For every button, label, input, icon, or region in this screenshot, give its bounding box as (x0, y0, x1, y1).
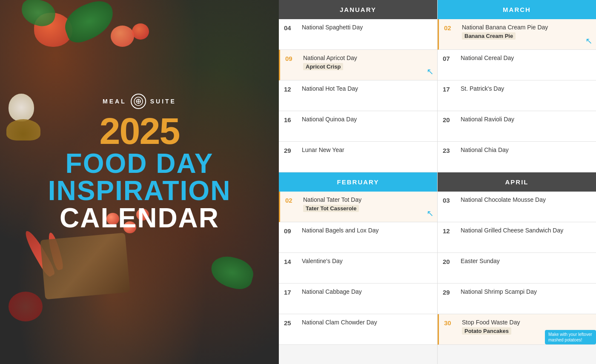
april-entry-30: 30 Stop Food Waste Day Potato Pancakes M… (438, 314, 596, 345)
march-entry-17: 17 St. Patrick's Day (438, 80, 596, 111)
cursor-icon: ↖ (427, 208, 434, 218)
entry-content: National Apricot Day Apricot Crisp (303, 54, 432, 70)
day-20-mar: 20 (443, 115, 456, 123)
february-entry-14: 14 Valentine's Day (279, 253, 437, 284)
entry-recipe: Banana Cream Pie (462, 32, 516, 40)
entry-title: Valentine's Day (302, 257, 432, 265)
entry-title: Stop Food Waste Day (462, 318, 591, 326)
day-12: 12 (284, 85, 298, 93)
entry-content: Lunar New Year (302, 146, 432, 154)
entry-content: National Chia Day (461, 146, 591, 154)
day-09: 09 (285, 54, 299, 62)
entry-content: National Bagels and Lox Day (302, 226, 432, 234)
cursor-icon: ↖ (585, 36, 593, 46)
mushroom-decoration (6, 119, 40, 140)
entry-content: National Spaghetti Day (302, 23, 432, 31)
day-03-apr: 03 (443, 196, 456, 204)
march-header: MARCH (438, 0, 596, 19)
day-12-apr: 12 (443, 226, 456, 235)
right-panel: JANUARY 04 National Spaghetti Day 09 Nat… (279, 0, 596, 364)
day-04: 04 (284, 23, 298, 32)
entry-content: National Tater Tot Day Tater Tot Cassero… (303, 196, 432, 212)
entry-content: National Banana Cream Pie Day Banana Cre… (462, 23, 591, 40)
garlic-decoration (9, 94, 34, 121)
tooltip-bubble: Make with your leftover mashed potatoes! (545, 330, 596, 344)
entry-title: National Ravioli Day (461, 115, 591, 123)
entry-title: National Clam Chowder Day (302, 318, 432, 326)
february-header: FEBRUARY (279, 172, 437, 192)
entry-recipe: Tater Tot Casserole (303, 205, 359, 212)
april-entry-29: 29 National Shrimp Scampi Day (438, 284, 596, 314)
year-text: 2025 (48, 112, 231, 150)
entry-title: National Cereal Day (461, 54, 591, 62)
day-14-feb: 14 (284, 257, 298, 265)
calendar-text: CALENDAR (48, 204, 231, 232)
april-header: APRIL (438, 172, 596, 192)
food-day-text: FOOD DAY (48, 150, 231, 177)
entry-title: National Quinoa Day (302, 115, 432, 123)
entry-title: National Shrimp Scampi Day (461, 288, 591, 295)
day-30-apr: 30 (444, 318, 458, 327)
logo-row: MEAL SUITE (48, 94, 231, 109)
day-07-mar: 07 (443, 54, 456, 62)
entry-title: National Banana Cream Pie Day (462, 23, 591, 31)
january-entry-12: 12 National Hot Tea Day (279, 80, 437, 111)
day-16: 16 (284, 115, 298, 123)
entry-recipe: Apricot Crisp (303, 63, 343, 70)
april-entry-20: 20 Easter Sunday (438, 253, 596, 284)
january-header: JANUARY (279, 0, 437, 19)
logo-text-right: SUITE (150, 98, 176, 105)
day-02-mar: 02 (444, 23, 458, 32)
cutting-board-decoration (40, 233, 130, 300)
logo-area: MEAL SUITE 2025 FOOD DAY INSPIRATION CAL… (48, 94, 231, 232)
entry-title: St. Patrick's Day (461, 85, 591, 92)
march-column: MARCH 02 National Banana Cream Pie Day B… (438, 0, 596, 364)
entry-title: National Chia Day (461, 146, 591, 154)
entry-content: National Quinoa Day (302, 115, 432, 123)
day-20-apr: 20 (443, 257, 456, 265)
entry-title: National Grilled Cheese Sandwich Day (461, 226, 591, 234)
entry-title: National Bagels and Lox Day (302, 226, 432, 234)
january-entry-16: 16 National Quinoa Day (279, 111, 437, 142)
entry-content: National Hot Tea Day (302, 85, 432, 92)
january-column: JANUARY 04 National Spaghetti Day 09 Nat… (279, 0, 438, 364)
day-29-apr: 29 (443, 288, 456, 296)
january-entry-04: 04 National Spaghetti Day (279, 19, 437, 50)
february-entry-25: 25 National Clam Chowder Day (279, 314, 437, 345)
day-17-mar: 17 (443, 85, 456, 93)
entry-content: National Shrimp Scampi Day (461, 288, 591, 295)
april-entry-12: 12 National Grilled Cheese Sandwich Day (438, 222, 596, 253)
entry-content: St. Patrick's Day (461, 85, 591, 92)
february-entry-02: 02 National Tater Tot Day Tater Tot Cass… (279, 192, 437, 222)
february-entry-09: 09 National Bagels and Lox Day (279, 222, 437, 253)
april-entry-03: 03 National Chocolate Mousse Day (438, 192, 596, 222)
march-entry-23: 23 National Chia Day (438, 142, 596, 172)
january-entry-29: 29 Lunar New Year (279, 142, 437, 172)
day-29: 29 (284, 146, 298, 154)
left-panel: MEAL SUITE 2025 FOOD DAY INSPIRATION CAL… (0, 0, 279, 364)
day-25-feb: 25 (284, 318, 298, 327)
entry-title: Lunar New Year (302, 146, 432, 154)
entry-content: National Ravioli Day (461, 115, 591, 123)
cherry-tomato-decoration2 (132, 23, 149, 40)
day-17-feb: 17 (284, 288, 298, 296)
entry-content: National Grilled Cheese Sandwich Day (461, 226, 591, 234)
day-09-feb: 09 (284, 226, 298, 235)
entry-content: National Chocolate Mousse Day (461, 196, 591, 203)
logo-text-left: MEAL (103, 98, 126, 105)
entry-recipe: Potato Pancakes (462, 327, 511, 335)
entry-title: National Apricot Day (303, 54, 432, 62)
march-entry-20: 20 National Ravioli Day (438, 111, 596, 142)
january-entry-09: 09 National Apricot Day Apricot Crisp ↖ (279, 50, 437, 80)
entry-title: National Hot Tea Day (302, 85, 432, 92)
logo-icon (131, 94, 146, 109)
inspiration-text: INSPIRATION (48, 177, 231, 204)
entry-title: National Tater Tot Day (303, 196, 432, 203)
march-entry-02: 02 National Banana Cream Pie Day Banana … (438, 19, 596, 50)
entry-content: Valentine's Day (302, 257, 432, 265)
february-entry-17: 17 National Cabbage Day (279, 284, 437, 314)
entry-title: National Chocolate Mousse Day (461, 196, 591, 203)
entry-content: National Cabbage Day (302, 288, 432, 295)
cursor-icon: ↖ (427, 66, 434, 77)
day-23-mar: 23 (443, 146, 456, 154)
